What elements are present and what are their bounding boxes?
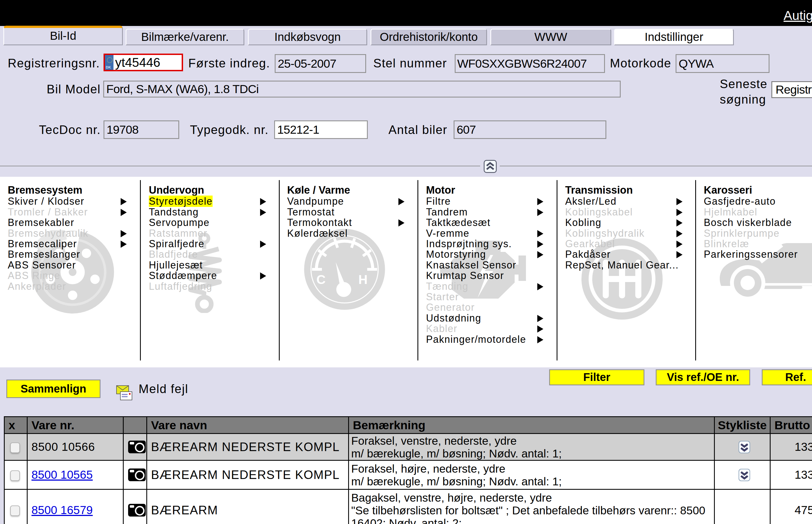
svg-text:H: H — [358, 272, 368, 287]
svg-text:C: C — [317, 272, 325, 287]
